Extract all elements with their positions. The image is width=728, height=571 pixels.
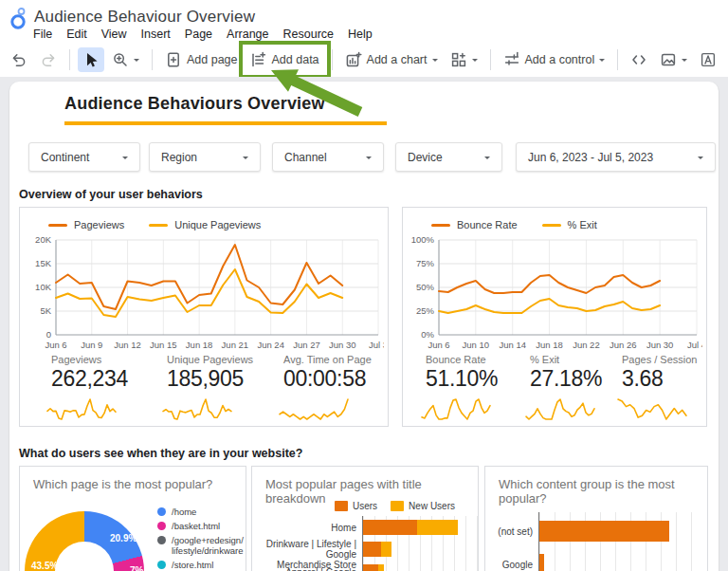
- menu-edit[interactable]: Edit: [66, 28, 87, 41]
- page-title: Audience Behaviours Overview: [64, 94, 325, 114]
- legend-item: New Users: [391, 501, 455, 511]
- scorecard-label: Unique Pageviews: [167, 354, 279, 365]
- redo-button[interactable]: [35, 47, 62, 72]
- svg-text:20K: 20K: [35, 234, 52, 245]
- legend-label: Unique Pageviews: [174, 219, 261, 230]
- bar-2: [363, 542, 479, 557]
- svg-text:Jun 26: Jun 26: [610, 340, 637, 350]
- svg-text:Jul 3: Jul 3: [369, 340, 384, 350]
- bar-category-label: Apparel | Google Merchandise: [254, 567, 356, 571]
- scorecard-bounce-rate[interactable]: Bounce Rate51.10%: [426, 354, 537, 422]
- bar-segment: [363, 564, 378, 571]
- sparkline: [420, 396, 492, 422]
- filter-control-4[interactable]: Device: [395, 142, 502, 172]
- svg-text:Jun 10: Jun 10: [463, 340, 490, 350]
- menu-resource[interactable]: Resource: [283, 28, 335, 41]
- legend-swatch: [335, 501, 348, 511]
- toolbar-separator: [332, 49, 333, 70]
- image-icon: [660, 51, 677, 68]
- filter-control-1[interactable]: Continent: [28, 142, 140, 172]
- bounce-chart-card[interactable]: Bounce Rate% Exit 0%25%50%75%100%Jun 6Ju…: [402, 207, 707, 427]
- legend-item: Unique Pageviews: [149, 219, 261, 230]
- sparkline: [524, 396, 596, 422]
- legend-label: New Users: [409, 501, 455, 511]
- community-visualizations-button[interactable]: [446, 47, 482, 72]
- legend-label: Bounce Rate: [457, 219, 518, 230]
- undo-icon: [10, 51, 27, 68]
- content-group-bars-card[interactable]: Which content group is the most popular?…: [484, 466, 708, 571]
- legend-swatch: [431, 224, 450, 227]
- report-name[interactable]: Audience Behaviour Overview: [34, 8, 255, 27]
- svg-text:Jun 9: Jun 9: [81, 340, 102, 350]
- filter-label: Channel: [284, 151, 327, 164]
- add-data-button[interactable]: Add data: [246, 47, 324, 72]
- menu-file[interactable]: File: [33, 28, 52, 41]
- legend-item: /store.html: [157, 560, 244, 570]
- scorecard-label: Avg. Time on Page: [283, 354, 395, 365]
- zoom-tool-button[interactable]: [107, 47, 144, 72]
- legend-swatch: [542, 224, 561, 227]
- community-viz-icon: [450, 51, 467, 68]
- legend-label: Users: [353, 501, 377, 511]
- popular-pages-donut-card[interactable]: Which page is the most popular? 20.9%43.…: [19, 466, 246, 571]
- menu-view[interactable]: View: [101, 28, 127, 41]
- scorecard-unique-pageviews[interactable]: Unique Pageviews185,905: [167, 354, 279, 422]
- insert-line-button[interactable]: [724, 47, 728, 72]
- report-canvas: Audience Behaviours Overview ContinentRe…: [0, 77, 728, 571]
- add-page-button[interactable]: Add page: [160, 47, 243, 72]
- svg-text:Jun 18: Jun 18: [536, 340, 563, 350]
- bar-category-label: Home: [254, 523, 356, 533]
- insert-text-button[interactable]: [695, 47, 721, 72]
- scorecard-avg-time-on-page[interactable]: Avg. Time on Page00:00:58: [283, 354, 395, 422]
- bar-category-label: Google: [487, 560, 533, 570]
- scorecard-value: 00:00:58: [283, 366, 395, 392]
- add-chart-button[interactable]: Add a chart: [340, 47, 443, 72]
- add-control-button[interactable]: Add a control: [499, 47, 610, 72]
- svg-text:Jun 24: Jun 24: [257, 340, 284, 350]
- chart-legend: Bounce Rate% Exit: [431, 219, 597, 230]
- filter-control-2[interactable]: Region: [149, 142, 261, 172]
- legend-swatch: [157, 522, 166, 530]
- report-page[interactable]: Audience Behaviours Overview ContinentRe…: [9, 82, 719, 571]
- legend-label: /basket.html: [172, 521, 220, 531]
- scorecard-value: 262,234: [51, 366, 163, 392]
- scorecard-label: Bounce Rate: [426, 354, 537, 365]
- donut-legend: /home/basket.html/google+redesign/ lifes…: [157, 507, 244, 571]
- svg-text:Jun 6: Jun 6: [428, 340, 449, 350]
- filter-control-3[interactable]: Channel: [272, 142, 384, 172]
- pageviews-chart-card[interactable]: PageviewsUnique Pageviews 05K10K15K20KJu…: [19, 207, 389, 427]
- menu-insert[interactable]: Insert: [141, 28, 171, 41]
- filter-control-5[interactable]: Jun 6, 2023 - Jul 5, 2023: [516, 142, 716, 172]
- svg-text:15K: 15K: [35, 258, 52, 268]
- svg-text:0%: 0%: [421, 329, 434, 340]
- legend-swatch: [157, 507, 166, 516]
- filter-label: Device: [408, 151, 443, 164]
- scorecard-pages-session[interactable]: Pages / Session3.68: [622, 354, 719, 422]
- looker-studio-window: Audience Behaviour Overview FileEditView…: [0, 0, 728, 571]
- bar-segment: [539, 521, 669, 542]
- embed-code-button[interactable]: [626, 47, 652, 72]
- undo-button[interactable]: [6, 47, 32, 72]
- menu-page[interactable]: Page: [185, 28, 212, 41]
- toolbar-separator: [617, 49, 618, 70]
- toolbar-separator: [69, 49, 70, 70]
- looker-studio-logo: [9, 7, 29, 31]
- svg-text:Jul 4: Jul 4: [687, 340, 702, 350]
- menu-help[interactable]: Help: [348, 28, 373, 41]
- legend-item: /home: [157, 507, 244, 517]
- select-tool-button[interactable]: [78, 47, 104, 72]
- chart-title: Which content group is the most popular?: [499, 477, 707, 506]
- filter-label: Jun 6, 2023 - Jul 5, 2023: [528, 151, 653, 164]
- insert-image-button[interactable]: [655, 47, 692, 72]
- scorecard-pageviews[interactable]: Pageviews262,234: [51, 354, 163, 422]
- cursor-icon: [82, 51, 100, 68]
- svg-text:Jun 14: Jun 14: [499, 340, 526, 350]
- slice-percent-label: 43.5%: [31, 561, 58, 571]
- toolbar-separator: [490, 49, 491, 70]
- pages-title-bars-card[interactable]: Most popular pages with title breakdown …: [251, 466, 479, 571]
- bar-1: [363, 520, 479, 535]
- svg-text:Jun 21: Jun 21: [222, 340, 249, 350]
- add-page-icon: [165, 51, 182, 68]
- menu-arrange[interactable]: Arrange: [227, 28, 268, 41]
- chevron-down-icon: [472, 59, 478, 64]
